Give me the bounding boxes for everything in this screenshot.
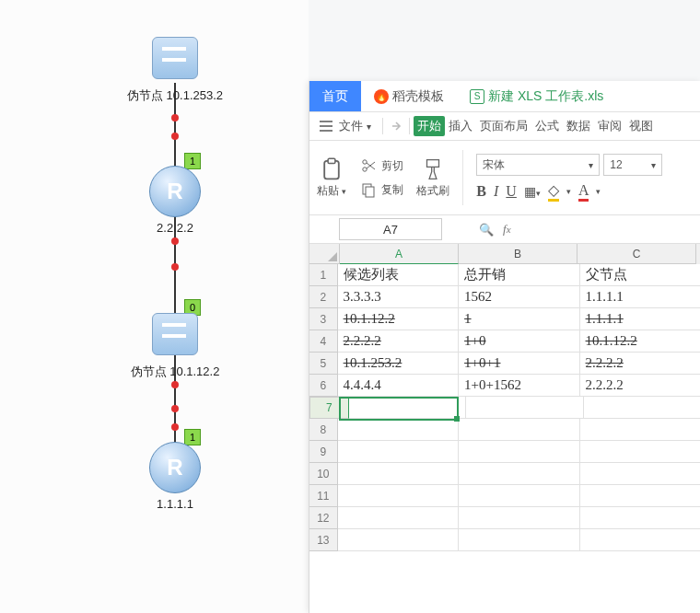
- menu-formula[interactable]: 公式: [531, 118, 563, 134]
- font-name-select[interactable]: 宋体▾: [476, 154, 600, 176]
- column-header-c[interactable]: C: [578, 244, 696, 264]
- row-header[interactable]: 12: [309, 507, 338, 529]
- pseudo-node-2[interactable]: [147, 313, 203, 355]
- font-color-button[interactable]: A: [578, 182, 589, 202]
- cell[interactable]: 10.1.253.2: [338, 353, 459, 375]
- select-all-corner[interactable]: [309, 244, 340, 264]
- spreadsheet-grid[interactable]: A B C 1候选列表总开销父节点23.3.3.315621.1.1.1310.…: [309, 244, 700, 551]
- menu-review[interactable]: 审阅: [594, 118, 625, 134]
- row-header[interactable]: 1: [309, 264, 338, 286]
- row-header[interactable]: 8: [309, 419, 338, 441]
- row-header[interactable]: 11: [309, 485, 338, 507]
- cell[interactable]: [338, 507, 459, 529]
- cell[interactable]: [580, 463, 700, 485]
- cell[interactable]: [459, 419, 579, 441]
- font-size-select[interactable]: 12▾: [603, 154, 662, 176]
- fill-color-button[interactable]: ◇: [548, 181, 559, 202]
- arrow-forward-icon[interactable]: [387, 117, 405, 135]
- cell[interactable]: 1: [459, 308, 579, 330]
- table-row[interactable]: 12: [309, 507, 700, 529]
- tab-doke[interactable]: 🔥稻壳模板: [361, 81, 457, 111]
- format-painter-button[interactable]: 格式刷: [416, 157, 449, 199]
- table-row[interactable]: 64.4.4.41+0+15622.2.2.2: [309, 375, 700, 397]
- search-icon[interactable]: 🔍: [479, 223, 494, 237]
- underline-button[interactable]: U: [506, 183, 517, 200]
- cell[interactable]: [459, 485, 579, 507]
- cell[interactable]: [338, 419, 459, 441]
- pseudo-node-1[interactable]: [147, 37, 203, 79]
- table-row[interactable]: 7: [309, 397, 700, 419]
- cell[interactable]: 1.1.1.1: [580, 308, 700, 330]
- menu-data[interactable]: 数据: [563, 118, 594, 134]
- paste-button[interactable]: 粘贴 ▾: [317, 157, 346, 199]
- name-box[interactable]: A7: [339, 218, 442, 240]
- table-row[interactable]: 1候选列表总开销父节点: [309, 264, 700, 286]
- cell[interactable]: [466, 397, 583, 419]
- cell[interactable]: [338, 485, 459, 507]
- row-header[interactable]: 9: [309, 441, 338, 463]
- row-header[interactable]: 10: [309, 463, 338, 485]
- cell[interactable]: 候选列表: [338, 264, 459, 286]
- fx-icon[interactable]: fx: [503, 222, 511, 237]
- cell[interactable]: [580, 507, 700, 529]
- cell[interactable]: [580, 529, 700, 551]
- tab-home[interactable]: 首页: [309, 81, 361, 111]
- cell[interactable]: [459, 463, 579, 485]
- table-row[interactable]: 42.2.2.21+010.1.12.2: [309, 330, 700, 353]
- table-row[interactable]: 13: [309, 529, 700, 551]
- cell[interactable]: [338, 529, 459, 551]
- cell[interactable]: 3.3.3.3: [338, 286, 459, 308]
- cell[interactable]: 2.2.2.2: [580, 353, 700, 375]
- cell[interactable]: 总开销: [459, 264, 579, 286]
- row-header[interactable]: 5: [309, 353, 338, 375]
- file-menu[interactable]: 文件 ▾: [309, 117, 379, 135]
- row-header[interactable]: 4: [309, 330, 338, 353]
- cell[interactable]: [584, 397, 700, 419]
- menu-start[interactable]: 开始: [414, 116, 445, 136]
- cell[interactable]: 10.1.12.2: [338, 308, 459, 330]
- border-button[interactable]: ▦▾: [524, 184, 541, 200]
- row-header[interactable]: 7: [309, 397, 349, 419]
- router-node-1[interactable]: R: [147, 166, 203, 217]
- cell[interactable]: 4.4.4.4: [338, 375, 459, 397]
- table-row[interactable]: 510.1.253.21+0+12.2.2.2: [309, 353, 700, 375]
- cell[interactable]: 父节点: [580, 264, 700, 286]
- cell[interactable]: 1+0+1: [459, 353, 579, 375]
- table-row[interactable]: 10: [309, 463, 700, 485]
- cell[interactable]: 1.1.1.1: [580, 286, 700, 308]
- cell[interactable]: 2.2.2.2: [580, 375, 700, 397]
- cell[interactable]: [349, 397, 466, 419]
- menu-insert[interactable]: 插入: [445, 118, 476, 134]
- table-row[interactable]: 8: [309, 419, 700, 441]
- menu-layout[interactable]: 页面布局: [476, 118, 531, 134]
- cell[interactable]: 1+0+1562: [459, 375, 579, 397]
- cell[interactable]: [459, 529, 579, 551]
- bold-button[interactable]: B: [476, 183, 486, 200]
- cell[interactable]: [459, 507, 579, 529]
- row-header[interactable]: 13: [309, 529, 338, 551]
- cut-button[interactable]: 剪切: [359, 156, 403, 175]
- tab-document[interactable]: S 新建 XLS 工作表.xls: [457, 81, 616, 111]
- cell[interactable]: [580, 441, 700, 463]
- cell[interactable]: 10.1.12.2: [580, 330, 700, 353]
- row-header[interactable]: 3: [309, 308, 338, 330]
- router-node-2[interactable]: R: [147, 442, 203, 493]
- row-header[interactable]: 6: [309, 375, 338, 397]
- column-header-a[interactable]: A: [340, 244, 459, 264]
- cell[interactable]: [580, 419, 700, 441]
- cell[interactable]: 1562: [459, 286, 579, 308]
- cell[interactable]: [338, 463, 459, 485]
- cell[interactable]: 2.2.2.2: [338, 330, 459, 353]
- table-row[interactable]: 310.1.12.211.1.1.1: [309, 308, 700, 330]
- table-row[interactable]: 23.3.3.315621.1.1.1: [309, 286, 700, 308]
- cell[interactable]: 1+0: [459, 330, 579, 353]
- italic-button[interactable]: I: [494, 183, 498, 200]
- table-row[interactable]: 11: [309, 485, 700, 507]
- table-row[interactable]: 9: [309, 441, 700, 463]
- menu-view[interactable]: 视图: [625, 118, 657, 134]
- cell[interactable]: [580, 485, 700, 507]
- copy-button[interactable]: 复制: [359, 180, 403, 199]
- row-header[interactable]: 2: [309, 286, 338, 308]
- cell[interactable]: [338, 441, 459, 463]
- column-header-b[interactable]: B: [459, 244, 578, 264]
